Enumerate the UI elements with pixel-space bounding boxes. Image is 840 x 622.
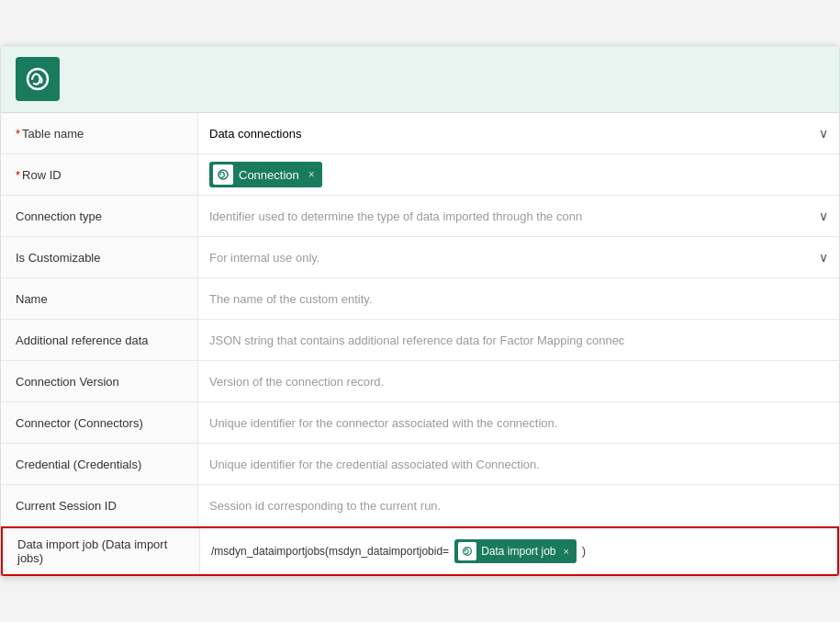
label-text-row-id: Row ID — [22, 168, 62, 182]
import-prefix: /msdyn_dataimportjobs(msdyn_dataimportjo… — [211, 545, 449, 558]
label-text-data-import-job: Data import job (Data import jobs) — [17, 537, 185, 565]
field-row-name: NameThe name of the custom entity. — [1, 278, 839, 320]
import-tag-icon — [458, 542, 476, 560]
placeholder-connector: Unique identifier for the connector asso… — [209, 416, 557, 430]
label-additional-reference-data: Additional reference data — [1, 320, 198, 360]
label-text-table-name: Table name — [22, 127, 84, 141]
field-row-credential: Credential (Credentials)Unique identifie… — [1, 444, 839, 485]
value-connection-version: Version of the connection record. — [198, 361, 839, 401]
svg-point-0 — [28, 69, 48, 89]
value-table-name[interactable]: Data connections∨ — [198, 113, 839, 153]
dropdown-value-is-customizable: For internal use only. — [209, 251, 319, 265]
field-row-is-customizable: Is CustomizableFor internal use only.∨ — [1, 237, 839, 278]
label-credential: Credential (Credentials) — [1, 444, 198, 484]
field-row-data-import-job: Data import job (Data import jobs)/msdyn… — [1, 526, 839, 576]
pill-remove-row-id[interactable]: × — [308, 168, 315, 181]
value-row-id[interactable]: Connection× — [198, 154, 839, 195]
value-data-import-job[interactable]: /msdyn_dataimportjobs(msdyn_dataimportjo… — [200, 528, 837, 574]
field-row-connection-version: Connection VersionVersion of the connect… — [1, 361, 839, 402]
value-additional-reference-data: JSON string that contains additional ref… — [198, 320, 839, 360]
label-text-is-customizable: Is Customizable — [16, 251, 100, 265]
label-current-session-id: Current Session ID — [1, 485, 198, 526]
pill-label-row-id: Connection — [239, 168, 299, 182]
import-tag-pill[interactable]: Data import job× — [454, 539, 577, 563]
label-text-connector: Connector (Connectors) — [16, 416, 143, 430]
import-tag-label: Data import job — [481, 545, 555, 558]
label-connector: Connector (Connectors) — [1, 402, 198, 443]
import-value-wrapper: /msdyn_dataimportjobs(msdyn_dataimportjo… — [211, 539, 826, 563]
field-row-connector: Connector (Connectors)Unique identifier … — [1, 402, 839, 444]
form-body: * Table nameData connections∨* Row IDCon… — [1, 113, 839, 576]
pill-icon-row-id — [213, 164, 233, 185]
field-row-current-session-id: Current Session IDSession id correspondi… — [1, 485, 839, 526]
value-name: The name of the custom entity. — [198, 278, 839, 319]
dropdown-value-table-name: Data connections — [209, 127, 301, 141]
dropdown-arrow-table-name[interactable]: ∨ — [819, 126, 828, 141]
label-is-customizable: Is Customizable — [1, 237, 198, 277]
import-suffix: ) — [582, 545, 586, 558]
label-text-additional-reference-data: Additional reference data — [16, 334, 149, 347]
tag-pill-row-id[interactable]: Connection× — [209, 162, 322, 187]
field-row-row-id: * Row IDConnection× — [1, 154, 839, 196]
value-is-customizable[interactable]: For internal use only.∨ — [198, 237, 839, 277]
label-connection-version: Connection Version — [1, 361, 198, 401]
placeholder-credential: Unique identifier for the credential ass… — [209, 458, 540, 471]
placeholder-name: The name of the custom entity. — [209, 292, 373, 306]
value-credential: Unique identifier for the credential ass… — [198, 444, 839, 484]
label-table-name: * Table name — [1, 113, 198, 153]
value-connection-type[interactable]: Identifier used to determine the type of… — [198, 196, 839, 236]
import-tag-remove[interactable]: × — [564, 546, 569, 557]
app-logo — [16, 57, 60, 101]
required-marker: * — [16, 168, 20, 182]
label-text-connection-type: Connection type — [16, 209, 102, 223]
placeholder-additional-reference-data: JSON string that contains additional ref… — [209, 334, 624, 347]
value-connector: Unique identifier for the connector asso… — [198, 402, 839, 443]
value-current-session-id: Session id corresponding to the current … — [198, 485, 839, 526]
label-connection-type: Connection type — [1, 196, 198, 236]
placeholder-current-session-id: Session id corresponding to the current … — [209, 499, 441, 513]
label-text-name: Name — [16, 292, 48, 306]
header — [1, 46, 839, 113]
label-name: Name — [1, 278, 198, 319]
label-text-connection-version: Connection Version — [16, 375, 119, 389]
dropdown-arrow-is-customizable[interactable]: ∨ — [819, 250, 828, 265]
label-data-import-job: Data import job (Data import jobs) — [3, 528, 200, 574]
main-card: * Table nameData connections∨* Row IDCon… — [0, 45, 840, 577]
dropdown-value-connection-type: Identifier used to determine the type of… — [209, 209, 582, 223]
dropdown-arrow-connection-type[interactable]: ∨ — [819, 209, 828, 223]
required-marker: * — [16, 127, 20, 141]
placeholder-connection-version: Version of the connection record. — [209, 375, 384, 389]
field-row-additional-reference-data: Additional reference dataJSON string tha… — [1, 320, 839, 361]
logo-icon — [24, 65, 51, 93]
label-row-id: * Row ID — [1, 154, 198, 195]
label-text-current-session-id: Current Session ID — [16, 499, 117, 513]
field-row-connection-type: Connection typeIdentifier used to determ… — [1, 196, 839, 237]
label-text-credential: Credential (Credentials) — [16, 458, 141, 471]
field-row-table-name: * Table nameData connections∨ — [1, 113, 839, 154]
